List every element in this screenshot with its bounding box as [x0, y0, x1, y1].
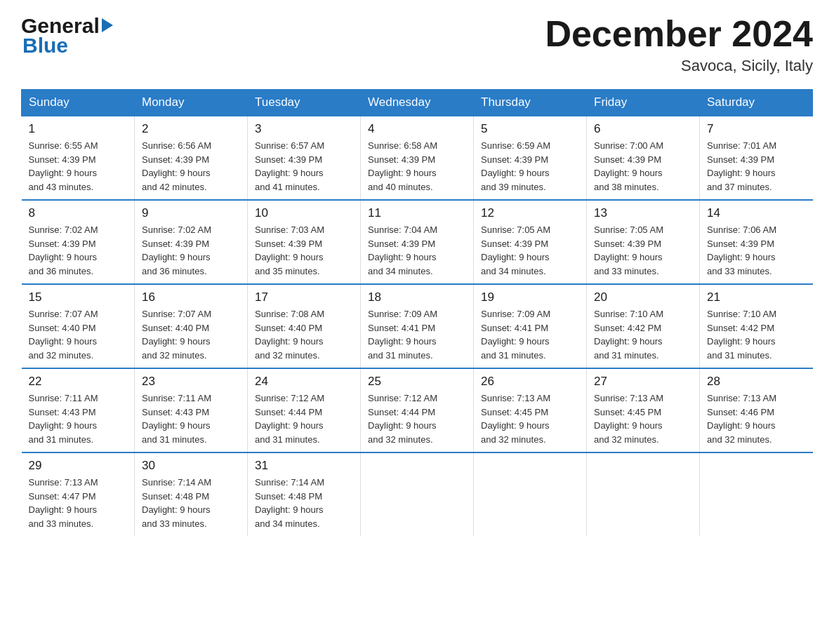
day-info: Sunrise: 6:59 AMSunset: 4:39 PMDaylight:…	[481, 139, 579, 194]
day-number: 31	[255, 459, 353, 473]
col-header-friday: Friday	[587, 90, 700, 116]
col-header-tuesday: Tuesday	[248, 90, 361, 116]
day-info: Sunrise: 7:00 AMSunset: 4:39 PMDaylight:…	[594, 139, 692, 194]
calendar-cell: 9Sunrise: 7:02 AMSunset: 4:39 PMDaylight…	[135, 200, 248, 284]
logo-triangle-icon	[102, 18, 113, 32]
day-number: 21	[707, 290, 806, 304]
calendar-cell: 14Sunrise: 7:06 AMSunset: 4:39 PMDayligh…	[700, 200, 813, 284]
day-info: Sunrise: 7:11 AMSunset: 4:43 PMDaylight:…	[142, 391, 240, 446]
col-header-thursday: Thursday	[474, 90, 587, 116]
title-block: December 2024 Savoca, Sicily, Italy	[545, 14, 813, 75]
calendar-cell: 21Sunrise: 7:10 AMSunset: 4:42 PMDayligh…	[700, 284, 813, 368]
day-number: 19	[481, 290, 579, 304]
day-number: 27	[594, 375, 692, 389]
calendar-cell: 30Sunrise: 7:14 AMSunset: 4:48 PMDayligh…	[135, 452, 248, 536]
calendar-cell: 28Sunrise: 7:13 AMSunset: 4:46 PMDayligh…	[700, 368, 813, 452]
calendar-cell: 7Sunrise: 7:01 AMSunset: 4:39 PMDaylight…	[700, 116, 813, 200]
day-info: Sunrise: 7:07 AMSunset: 4:40 PMDaylight:…	[142, 307, 240, 362]
calendar-cell: 16Sunrise: 7:07 AMSunset: 4:40 PMDayligh…	[135, 284, 248, 368]
month-title: December 2024	[545, 14, 813, 54]
day-info: Sunrise: 7:13 AMSunset: 4:45 PMDaylight:…	[481, 391, 579, 446]
calendar-cell: 10Sunrise: 7:03 AMSunset: 4:39 PMDayligh…	[248, 200, 361, 284]
calendar-cell: 27Sunrise: 7:13 AMSunset: 4:45 PMDayligh…	[587, 368, 700, 452]
calendar-header-row: SundayMondayTuesdayWednesdayThursdayFrid…	[22, 90, 813, 116]
calendar-cell: 11Sunrise: 7:04 AMSunset: 4:39 PMDayligh…	[361, 200, 474, 284]
calendar-week-3: 15Sunrise: 7:07 AMSunset: 4:40 PMDayligh…	[22, 284, 813, 368]
day-info: Sunrise: 7:04 AMSunset: 4:39 PMDaylight:…	[368, 223, 466, 278]
col-header-wednesday: Wednesday	[361, 90, 474, 116]
calendar-cell	[700, 452, 813, 536]
calendar-cell: 12Sunrise: 7:05 AMSunset: 4:39 PMDayligh…	[474, 200, 587, 284]
day-info: Sunrise: 7:12 AMSunset: 4:44 PMDaylight:…	[255, 391, 353, 446]
day-info: Sunrise: 7:09 AMSunset: 4:41 PMDaylight:…	[481, 307, 579, 362]
day-info: Sunrise: 7:05 AMSunset: 4:39 PMDaylight:…	[481, 223, 579, 278]
day-number: 9	[142, 206, 240, 220]
calendar-cell: 18Sunrise: 7:09 AMSunset: 4:41 PMDayligh…	[361, 284, 474, 368]
day-number: 26	[481, 375, 579, 389]
day-info: Sunrise: 7:09 AMSunset: 4:41 PMDaylight:…	[368, 307, 466, 362]
day-number: 25	[368, 375, 466, 389]
day-number: 2	[142, 122, 240, 136]
calendar-week-4: 22Sunrise: 7:11 AMSunset: 4:43 PMDayligh…	[22, 368, 813, 452]
day-info: Sunrise: 7:14 AMSunset: 4:48 PMDaylight:…	[142, 476, 240, 530]
day-info: Sunrise: 7:13 AMSunset: 4:47 PMDaylight:…	[29, 476, 128, 530]
day-info: Sunrise: 7:02 AMSunset: 4:39 PMDaylight:…	[29, 223, 128, 278]
day-number: 29	[29, 459, 128, 473]
day-info: Sunrise: 6:58 AMSunset: 4:39 PMDaylight:…	[368, 139, 466, 194]
calendar-week-2: 8Sunrise: 7:02 AMSunset: 4:39 PMDaylight…	[22, 200, 813, 284]
calendar-cell: 23Sunrise: 7:11 AMSunset: 4:43 PMDayligh…	[135, 368, 248, 452]
calendar-cell: 31Sunrise: 7:14 AMSunset: 4:48 PMDayligh…	[248, 452, 361, 536]
day-info: Sunrise: 7:12 AMSunset: 4:44 PMDaylight:…	[368, 391, 466, 446]
day-info: Sunrise: 6:55 AMSunset: 4:39 PMDaylight:…	[29, 139, 128, 194]
day-info: Sunrise: 7:13 AMSunset: 4:46 PMDaylight:…	[707, 391, 806, 446]
day-number: 18	[368, 290, 466, 304]
col-header-saturday: Saturday	[700, 90, 813, 116]
day-number: 23	[142, 375, 240, 389]
calendar-cell: 20Sunrise: 7:10 AMSunset: 4:42 PMDayligh…	[587, 284, 700, 368]
day-info: Sunrise: 6:56 AMSunset: 4:39 PMDaylight:…	[142, 139, 240, 194]
day-number: 30	[142, 459, 240, 473]
day-number: 7	[707, 122, 806, 136]
col-header-sunday: Sunday	[22, 90, 135, 116]
calendar-cell	[361, 452, 474, 536]
calendar-cell: 29Sunrise: 7:13 AMSunset: 4:47 PMDayligh…	[22, 452, 135, 536]
day-number: 1	[29, 122, 128, 136]
day-number: 10	[255, 206, 353, 220]
calendar-cell: 3Sunrise: 6:57 AMSunset: 4:39 PMDaylight…	[248, 116, 361, 200]
day-info: Sunrise: 7:07 AMSunset: 4:40 PMDaylight:…	[29, 307, 128, 362]
location: Savoca, Sicily, Italy	[545, 57, 813, 75]
day-number: 16	[142, 290, 240, 304]
day-number: 8	[29, 206, 128, 220]
day-info: Sunrise: 7:11 AMSunset: 4:43 PMDaylight:…	[29, 391, 128, 446]
page-header: General Blue December 2024 Savoca, Sicil…	[21, 14, 813, 75]
day-info: Sunrise: 7:03 AMSunset: 4:39 PMDaylight:…	[255, 223, 353, 278]
calendar-cell: 1Sunrise: 6:55 AMSunset: 4:39 PMDaylight…	[22, 116, 135, 200]
calendar-cell: 15Sunrise: 7:07 AMSunset: 4:40 PMDayligh…	[22, 284, 135, 368]
day-info: Sunrise: 7:13 AMSunset: 4:45 PMDaylight:…	[594, 391, 692, 446]
day-info: Sunrise: 7:01 AMSunset: 4:39 PMDaylight:…	[707, 139, 806, 194]
calendar-cell: 13Sunrise: 7:05 AMSunset: 4:39 PMDayligh…	[587, 200, 700, 284]
day-info: Sunrise: 7:10 AMSunset: 4:42 PMDaylight:…	[594, 307, 692, 362]
col-header-monday: Monday	[135, 90, 248, 116]
day-number: 14	[707, 206, 806, 220]
day-info: Sunrise: 7:05 AMSunset: 4:39 PMDaylight:…	[594, 223, 692, 278]
calendar-cell: 24Sunrise: 7:12 AMSunset: 4:44 PMDayligh…	[248, 368, 361, 452]
day-number: 6	[594, 122, 692, 136]
calendar-cell	[474, 452, 587, 536]
calendar-cell: 19Sunrise: 7:09 AMSunset: 4:41 PMDayligh…	[474, 284, 587, 368]
calendar-cell: 17Sunrise: 7:08 AMSunset: 4:40 PMDayligh…	[248, 284, 361, 368]
day-info: Sunrise: 7:10 AMSunset: 4:42 PMDaylight:…	[707, 307, 806, 362]
calendar-cell: 6Sunrise: 7:00 AMSunset: 4:39 PMDaylight…	[587, 116, 700, 200]
day-info: Sunrise: 7:08 AMSunset: 4:40 PMDaylight:…	[255, 307, 353, 362]
day-number: 17	[255, 290, 353, 304]
calendar-table: SundayMondayTuesdayWednesdayThursdayFrid…	[21, 89, 813, 536]
calendar-cell: 8Sunrise: 7:02 AMSunset: 4:39 PMDaylight…	[22, 200, 135, 284]
day-number: 13	[594, 206, 692, 220]
day-info: Sunrise: 7:02 AMSunset: 4:39 PMDaylight:…	[142, 223, 240, 278]
day-number: 5	[481, 122, 579, 136]
day-number: 22	[29, 375, 128, 389]
calendar-cell: 2Sunrise: 6:56 AMSunset: 4:39 PMDaylight…	[135, 116, 248, 200]
logo: General Blue	[21, 14, 113, 58]
day-number: 12	[481, 206, 579, 220]
calendar-cell: 22Sunrise: 7:11 AMSunset: 4:43 PMDayligh…	[22, 368, 135, 452]
